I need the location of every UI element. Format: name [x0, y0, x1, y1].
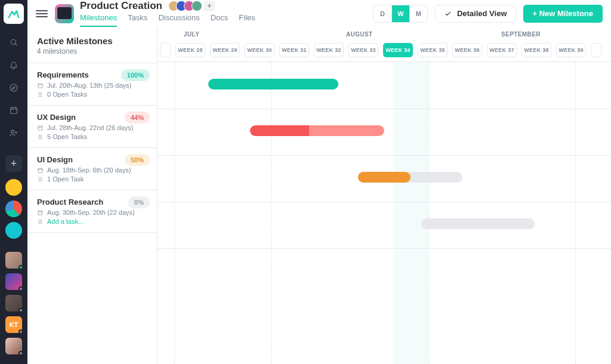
rail-avatar-4[interactable]: KT: [5, 316, 22, 333]
week-chip[interactable]: WEEK 29: [210, 43, 240, 57]
menu-icon[interactable]: [36, 8, 48, 20]
zoom-month[interactable]: M: [409, 5, 427, 22]
week-chip[interactable]: WEEK 36: [452, 43, 482, 57]
milestone-dates: Jul. 20th-Aug. 13th (25 days): [47, 82, 131, 89]
week-row: WEEK 28 WEEK 29 WEEK 30 WEEK 31 WEEK 32 …: [158, 43, 611, 57]
member-avatars[interactable]: +: [168, 1, 215, 11]
compass-icon[interactable]: [5, 79, 23, 97]
svg-rect-4: [38, 84, 42, 88]
app-logo[interactable]: [4, 4, 24, 24]
week-chip-partial[interactable]: [591, 43, 601, 57]
tasks-icon: [37, 91, 44, 98]
week-chip[interactable]: WEEK 39: [556, 43, 586, 57]
progress-badge: 44%: [125, 112, 150, 124]
svg-rect-6: [38, 168, 42, 172]
week-chip[interactable]: WEEK 35: [418, 43, 448, 57]
calendar-icon: [37, 167, 44, 174]
milestone-sidebar: Active Milestones 4 milestones 100% Requ…: [27, 27, 158, 364]
new-milestone-button[interactable]: + New Milestone: [523, 5, 603, 23]
calendar-icon: [37, 82, 44, 89]
add-task-link[interactable]: Add a task...: [47, 218, 84, 225]
sidebar-title: Active Milestones: [37, 36, 147, 46]
rail-avatar-3[interactable]: [5, 295, 22, 311]
progress-badge: 0%: [128, 196, 150, 208]
timeline-body: [158, 62, 611, 364]
milestone-item[interactable]: 0% Product Research Aug. 30th-Sep. 20th …: [27, 190, 157, 233]
svg-rect-2: [11, 107, 17, 113]
timeline: JULY AUGUST SEPTEMBER WEEK 28 WEEK 29 WE…: [158, 27, 611, 364]
project-chip-pie[interactable]: [5, 200, 22, 217]
milestone-dates: Jul. 28th-Aug. 22nd (26 days): [47, 124, 133, 131]
project-chip-yellow[interactable]: [5, 179, 22, 196]
tab-tasks[interactable]: Tasks: [128, 13, 147, 27]
project-tabs: Milestones Tasks Discussions Docs Files: [80, 13, 255, 27]
month-label: SEPTEMBER: [501, 31, 541, 38]
week-chip[interactable]: WEEK 32: [314, 43, 344, 57]
add-member-icon[interactable]: +: [204, 1, 215, 11]
week-chip-active[interactable]: WEEK 34: [383, 43, 413, 57]
tasks-icon: [37, 218, 44, 225]
svg-rect-5: [38, 126, 42, 130]
milestone-dates: Aug. 18th-Sep. 6th (20 days): [47, 166, 131, 174]
app-rail: + KT: [0, 0, 27, 364]
project-icon[interactable]: [55, 4, 74, 23]
avatar: [192, 1, 202, 11]
sidebar-header: Active Milestones 4 milestones: [27, 27, 157, 63]
month-label: JULY: [184, 31, 199, 38]
calendar-icon: [37, 209, 44, 216]
gantt-bar-requirements[interactable]: [208, 79, 338, 90]
month-label: AUGUST: [346, 31, 373, 38]
milestone-tasks: 1 Open Task: [47, 175, 84, 183]
month-row: JULY AUGUST SEPTEMBER: [158, 31, 611, 39]
svg-point-0: [11, 39, 16, 44]
milestone-tasks: 5 Open Tasks: [47, 133, 87, 140]
milestone-item[interactable]: 50% UI Design Aug. 18th-Sep. 6th (20 day…: [27, 148, 157, 190]
progress-badge: 50%: [125, 154, 150, 166]
check-icon: [444, 10, 452, 18]
project-title: Product Creation: [80, 0, 162, 12]
milestone-item[interactable]: 44% UX Design Jul. 28th-Aug. 22nd (26 da…: [27, 106, 157, 148]
rail-avatar-1[interactable]: [5, 252, 22, 269]
tab-docs[interactable]: Docs: [211, 13, 229, 27]
svg-point-1: [10, 84, 17, 91]
calendar-icon[interactable]: [5, 101, 23, 119]
rail-avatar-2[interactable]: [5, 273, 22, 290]
sidebar-subtitle: 4 milestones: [37, 47, 147, 55]
tasks-icon: [37, 134, 44, 140]
progress-badge: 100%: [121, 69, 150, 81]
add-project-button[interactable]: +: [5, 155, 22, 172]
top-bar: Product Creation + Milestones Tasks Disc…: [27, 0, 611, 27]
zoom-week[interactable]: W: [391, 5, 409, 22]
svg-rect-7: [38, 211, 42, 215]
svg-point-3: [11, 130, 14, 133]
tab-files[interactable]: Files: [239, 13, 255, 27]
invite-icon[interactable]: [5, 124, 23, 142]
rail-avatar-5[interactable]: [5, 338, 22, 354]
milestone-dates: Aug. 30th-Sep. 20th (22 days): [47, 209, 135, 216]
tab-milestones[interactable]: Milestones: [80, 13, 117, 27]
week-chip[interactable]: WEEK 37: [487, 43, 517, 57]
bell-icon[interactable]: [5, 56, 23, 74]
detailed-view-label: Detailed View: [457, 9, 507, 18]
gantt-bar-ui-design[interactable]: [358, 172, 411, 183]
tab-discussions[interactable]: Discussions: [158, 13, 199, 27]
gridlines: [158, 62, 611, 364]
detailed-view-button[interactable]: Detailed View: [435, 5, 516, 23]
gantt-bar-ux-design[interactable]: [250, 125, 384, 136]
timeline-header: JULY AUGUST SEPTEMBER WEEK 28 WEEK 29 WE…: [158, 27, 611, 62]
project-chip-teal[interactable]: [5, 222, 22, 239]
week-chip[interactable]: WEEK 28: [175, 43, 205, 57]
gantt-bar-product-research[interactable]: [421, 218, 535, 229]
zoom-segment: D W M: [373, 5, 428, 23]
tasks-icon: [37, 176, 44, 183]
zoom-day[interactable]: D: [374, 5, 391, 22]
week-chip[interactable]: WEEK 30: [245, 43, 274, 57]
week-chip[interactable]: WEEK 33: [348, 43, 378, 57]
calendar-icon: [37, 125, 44, 131]
week-chip-partial[interactable]: [160, 43, 171, 57]
search-icon[interactable]: [5, 33, 23, 51]
week-chip[interactable]: WEEK 31: [279, 43, 309, 57]
week-chip[interactable]: WEEK 38: [521, 43, 551, 57]
milestone-item[interactable]: 100% Requirements Jul. 20th-Aug. 13th (2…: [27, 63, 157, 106]
milestone-tasks: 0 Open Tasks: [47, 91, 87, 98]
